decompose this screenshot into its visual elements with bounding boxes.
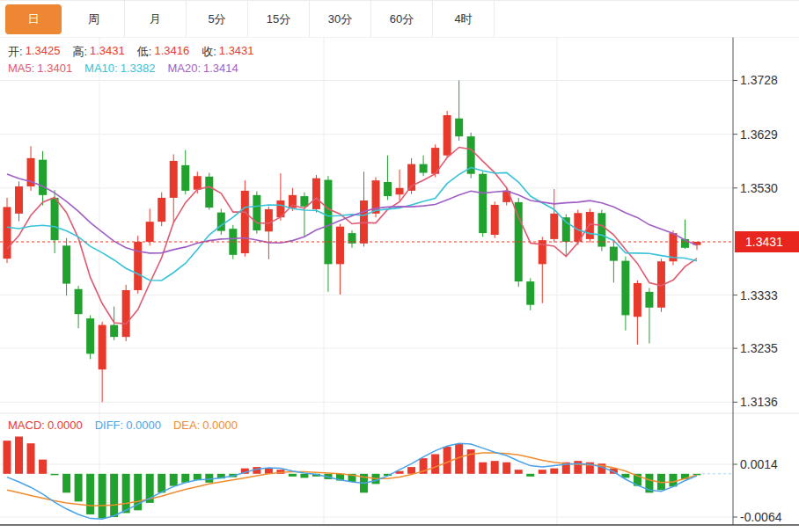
candlestick-chart[interactable]: 1.34311.37281.36291.35301.33331.32351.31… — [0, 0, 799, 532]
timeframe-tabs: 日周月5分15分30分60分4时 — [0, 0, 799, 37]
candles — [4, 80, 701, 402]
macd-bar — [205, 474, 213, 483]
candle — [693, 242, 701, 250]
candle — [586, 208, 594, 242]
candle — [265, 207, 273, 259]
open-label: 开: — [8, 44, 23, 60]
macd-label: MACD: — [8, 419, 45, 432]
dea-value: 0.0000 — [202, 419, 238, 432]
macd-bar — [27, 443, 35, 474]
candle — [134, 236, 142, 294]
candle — [158, 193, 165, 226]
macd-bar — [39, 460, 47, 474]
candle — [360, 171, 368, 246]
trading-chart-app: 1.34311.37281.36291.35301.33331.32351.31… — [0, 0, 799, 532]
macd-bar — [158, 474, 165, 493]
candle — [645, 288, 653, 344]
high-label: 高: — [72, 44, 87, 60]
ma10-label: MA10: — [84, 62, 118, 75]
candle — [205, 173, 213, 210]
candle — [181, 150, 189, 195]
candle — [491, 201, 499, 237]
macd-bar — [194, 474, 202, 480]
diff-value: 0.0000 — [126, 419, 161, 432]
candle — [217, 208, 225, 235]
candle — [39, 151, 47, 206]
macd-bar — [289, 474, 297, 477]
macd-bar — [4, 441, 11, 474]
svg-text:1.3136: 1.3136 — [740, 395, 778, 409]
tab-month[interactable]: 月 — [125, 1, 187, 37]
candle — [146, 208, 154, 245]
macd-bar — [431, 454, 439, 473]
candle — [241, 180, 249, 257]
candle — [479, 171, 487, 237]
tab-week[interactable]: 周 — [63, 1, 125, 37]
macd-bar — [75, 474, 83, 502]
candle — [634, 281, 641, 345]
candle — [312, 175, 320, 213]
candle — [253, 192, 260, 234]
candle — [396, 170, 404, 201]
candle — [455, 80, 463, 141]
tab-day[interactable]: 日 — [5, 4, 62, 34]
ohlc-legend: 开:1.3425 高:1.3431 低:1.3416 收:1.3431 — [8, 44, 254, 60]
candle — [467, 133, 475, 179]
macd-bar — [574, 461, 582, 474]
macd-bar — [443, 447, 451, 474]
ma20-value: 1.3414 — [203, 62, 238, 75]
macd-bar — [122, 474, 130, 514]
macd-histogram — [4, 436, 701, 518]
macd-bar — [502, 463, 510, 474]
candle — [348, 230, 356, 248]
candle — [420, 156, 428, 176]
tab-60min[interactable]: 60分 — [371, 1, 433, 37]
macd-bar — [491, 461, 499, 474]
macd-bar — [62, 474, 70, 493]
candle — [526, 278, 534, 310]
grid-lines — [0, 37, 799, 525]
high-value: 1.3431 — [90, 44, 125, 60]
tab-4hour[interactable]: 4时 — [433, 1, 495, 37]
macd-bar — [479, 463, 487, 474]
macd-bar — [550, 469, 558, 474]
macd-legend: MACD:0.0000 DIFF:0.0000 DEA:0.0000 — [8, 419, 238, 432]
svg-text:1.3629: 1.3629 — [740, 128, 778, 142]
tab-15min[interactable]: 15分 — [248, 1, 310, 37]
close-label: 收: — [202, 44, 216, 60]
dea-label: DEA: — [173, 419, 200, 432]
macd-bar — [539, 470, 546, 474]
macd-bar — [99, 474, 106, 519]
candle — [336, 224, 344, 295]
candle — [443, 111, 451, 158]
tab-5min[interactable]: 5分 — [187, 1, 248, 37]
macd-bar — [181, 474, 189, 483]
macd-bar — [407, 467, 415, 474]
candle — [610, 243, 618, 283]
macd-axis-labels: 0.0014-0.0064 — [733, 457, 782, 524]
tab-30min[interactable]: 30分 — [310, 1, 371, 37]
macd-bar — [300, 474, 308, 478]
macd-value: 0.0000 — [48, 419, 83, 432]
current-price-tag: 1.3431 — [735, 231, 799, 252]
ma5-value: 1.3401 — [37, 62, 72, 75]
candle — [51, 190, 59, 253]
macd-bar — [526, 474, 534, 477]
close-value: 1.3431 — [219, 44, 254, 60]
candle — [170, 155, 178, 223]
open-value: 1.3425 — [26, 44, 61, 60]
candle — [384, 156, 392, 200]
svg-text:1.3333: 1.3333 — [740, 288, 778, 302]
candle — [62, 238, 70, 296]
low-label: 低: — [137, 44, 152, 60]
ma20-label: MA20: — [167, 62, 201, 75]
macd-bar — [170, 474, 178, 486]
candle — [122, 285, 130, 341]
macd-bar — [110, 474, 118, 517]
macd-bar — [15, 436, 23, 473]
candle — [75, 286, 83, 328]
ma10-value: 1.3382 — [121, 62, 156, 75]
svg-text:0.0014: 0.0014 — [740, 457, 778, 471]
svg-text:1.3530: 1.3530 — [740, 181, 778, 195]
candle — [562, 214, 570, 256]
